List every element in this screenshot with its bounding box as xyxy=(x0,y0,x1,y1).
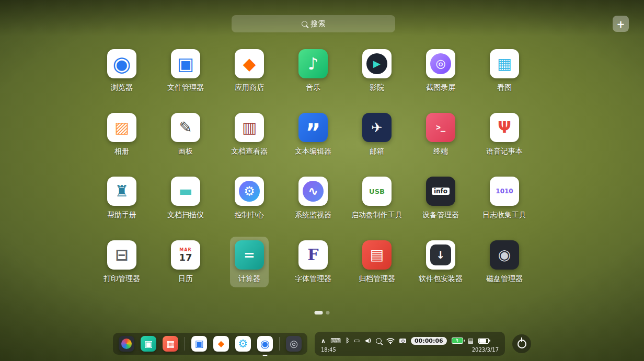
app-label: 邮箱 xyxy=(370,147,384,156)
app-item-voice-notes[interactable]: Ψ语音记事本 xyxy=(481,109,527,160)
app-label: 终端 xyxy=(433,147,448,156)
input-method-icon[interactable]: ▭ xyxy=(354,337,360,344)
recording-time: 00:00:06 xyxy=(411,337,447,345)
app-label: 磁盘管理器 xyxy=(486,274,523,284)
volume-icon[interactable]: ◀) xyxy=(365,338,371,343)
app-label: 控制中心 xyxy=(235,211,264,220)
app-item-screenshot-recorder[interactable]: ◎截图录屏 xyxy=(421,45,460,96)
tray-date[interactable]: 2023/3/17 xyxy=(472,347,499,353)
app-item-log-collector[interactable]: 1010日志收集工具 xyxy=(478,173,531,224)
screen-recording-camera-icon[interactable] xyxy=(399,339,406,343)
terminal-icon: >_ xyxy=(426,113,455,142)
pinwheel-icon xyxy=(121,339,132,349)
app-item-control-center[interactable]: ⚙控制中心 xyxy=(230,173,269,224)
dock-camera[interactable]: ◎ xyxy=(286,336,302,352)
app-item-app-store[interactable]: ◆应用商店 xyxy=(230,45,269,96)
app-label: 画板 xyxy=(178,147,193,156)
dock-app-store[interactable]: ◆ xyxy=(213,336,229,352)
bluetooth-icon: ᛒ xyxy=(346,337,349,344)
app-label: 看图 xyxy=(497,83,512,92)
app-grid: ◉浏览器▣文件管理器◆应用商店♪音乐▶影院◎截图录屏▦看图▨相册✎画板▥文档查看… xyxy=(90,45,536,300)
app-item-document-scanner[interactable]: ▬文档扫描仪 xyxy=(163,173,209,224)
dock-browser[interactable]: ◉ xyxy=(257,336,273,352)
screenshot-recorder-icon: ◎ xyxy=(426,49,455,78)
dock-separator xyxy=(185,337,185,351)
app-item-boot-disk-maker[interactable]: USB启动盘制作工具 xyxy=(347,173,407,224)
app-label: 相册 xyxy=(114,147,129,156)
app-item-help-manual[interactable]: ♜帮助手册 xyxy=(102,173,141,224)
app-item-font-manager[interactable]: F字体管理器 xyxy=(290,237,336,287)
dock-launcher-icon xyxy=(119,336,134,352)
page-dot-1[interactable] xyxy=(315,311,323,315)
app-item-archive-manager[interactable]: ▤归档管理器 xyxy=(354,237,400,287)
browser-icon: ◉ xyxy=(107,49,136,78)
app-item-document-viewer[interactable]: ▥文档查看器 xyxy=(226,109,272,160)
app-label: 帮助手册 xyxy=(107,211,136,220)
bluetooth-icon[interactable]: ᛒ xyxy=(346,337,349,344)
draw-icon: ✎ xyxy=(171,113,200,142)
app-label: 应用商店 xyxy=(235,83,264,92)
dock-control-center[interactable]: ⚙ xyxy=(235,336,251,352)
dock-launcher-grid-icon: ▦ xyxy=(163,336,178,352)
app-item-print-manager[interactable]: ⊟打印管理器 xyxy=(99,237,145,287)
app-item-system-monitor[interactable]: ∿系统监视器 xyxy=(290,173,336,224)
disk-manager-icon: ◉ xyxy=(490,240,519,270)
app-item-file-manager[interactable]: ▣文件管理器 xyxy=(163,45,209,96)
device-manager-icon: info xyxy=(426,177,455,206)
battery-charging-icon[interactable]: ↯ xyxy=(452,337,463,344)
dock-launcher-grid[interactable]: ▦ xyxy=(163,336,178,352)
dock-multitasking[interactable]: ▣ xyxy=(141,336,156,352)
dock-file-manager[interactable]: ▣ xyxy=(191,336,207,352)
dock-app-store-icon: ◆ xyxy=(213,336,229,352)
input-method-icon: ▭ xyxy=(354,337,360,344)
font-manager-icon: F xyxy=(298,240,328,270)
battery-icon xyxy=(478,338,489,344)
app-item-music[interactable]: ♪音乐 xyxy=(294,45,332,96)
tray-icons-row: ∧⌨ᛒ▭◀)00:00:06↯▤ xyxy=(321,335,499,346)
page-dot-2[interactable] xyxy=(326,311,330,315)
calendar-icon: MAR17 xyxy=(171,240,200,270)
search-placeholder: 搜索 xyxy=(311,19,326,29)
keyboard-icon[interactable]: ⌨ xyxy=(330,337,341,344)
screen-recording-timer[interactable]: 00:00:06 xyxy=(411,337,447,345)
app-store-icon: ◆ xyxy=(235,49,264,78)
app-item-package-installer[interactable]: ↓软件包安装器 xyxy=(414,237,467,287)
help-manual-icon: ♜ xyxy=(107,177,136,206)
album-icon: ▨ xyxy=(107,113,136,142)
archive-manager-icon: ▤ xyxy=(362,240,392,270)
print-manager-icon: ⊟ xyxy=(107,240,136,270)
power-button[interactable] xyxy=(512,334,531,353)
tray-clock-row: 18:45 2023/3/17 xyxy=(321,347,499,353)
system-monitor-icon: ∿ xyxy=(298,177,328,206)
app-item-image-viewer[interactable]: ▦看图 xyxy=(485,45,524,96)
app-label: 截图录屏 xyxy=(426,83,455,92)
app-item-album[interactable]: ▨相册 xyxy=(102,109,141,160)
chevron-up-icon[interactable]: ∧ xyxy=(321,338,326,344)
search-input[interactable]: 搜索 xyxy=(232,15,395,32)
wifi-icon[interactable] xyxy=(386,337,395,344)
movie-icon: ▶ xyxy=(362,49,392,78)
app-item-text-editor[interactable]: ”文本编辑器 xyxy=(290,109,336,160)
app-label: 计算器 xyxy=(238,274,260,284)
app-item-movie[interactable]: ▶影院 xyxy=(358,45,396,96)
log-collector-icon: 1010 xyxy=(490,177,519,206)
app-item-calendar[interactable]: MAR17日历 xyxy=(166,237,205,287)
search-icon[interactable] xyxy=(376,338,382,344)
clipboard-icon[interactable]: ▤ xyxy=(468,337,474,344)
app-item-browser[interactable]: ◉浏览器 xyxy=(102,45,141,96)
tray-time[interactable]: 18:45 xyxy=(321,347,336,353)
app-item-calculator[interactable]: =计算器 xyxy=(230,237,269,287)
launcher-mode-toggle-button[interactable]: + xyxy=(613,16,629,32)
battery-icon[interactable] xyxy=(478,338,489,344)
mode-toggle-icon: + xyxy=(617,18,625,30)
dock-camera-icon: ◎ xyxy=(286,336,302,352)
dock-launcher[interactable] xyxy=(119,336,134,352)
app-label: 归档管理器 xyxy=(359,274,395,284)
app-item-draw[interactable]: ✎画板 xyxy=(166,109,205,160)
app-item-mail[interactable]: ✈邮箱 xyxy=(358,109,396,160)
app-item-terminal[interactable]: >_终端 xyxy=(421,109,460,160)
app-label: 文档扫描仪 xyxy=(167,211,204,220)
app-item-disk-manager[interactable]: ◉磁盘管理器 xyxy=(481,237,527,287)
text-editor-icon: ” xyxy=(298,113,328,142)
app-item-device-manager[interactable]: info设备管理器 xyxy=(418,173,464,224)
